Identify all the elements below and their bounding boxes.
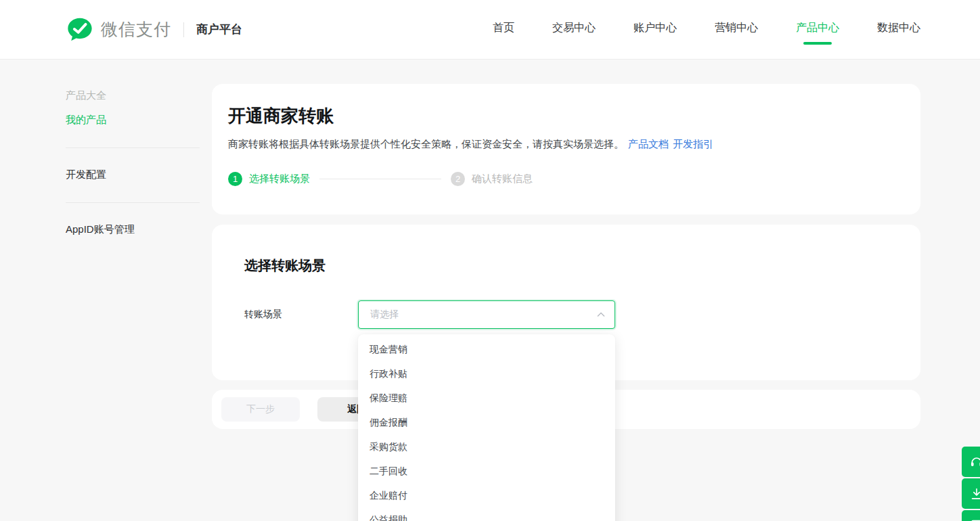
step-2: 2 确认转账信息 bbox=[451, 172, 533, 186]
page-description: 商家转账将根据具体转账场景提供个性化安全策略，保证资金安全，请按真实场景选择。产… bbox=[228, 137, 904, 152]
dropdown-option-procurement[interactable]: 采购货款 bbox=[358, 434, 615, 459]
sidebar-item-dev-config[interactable]: 开发配置 bbox=[66, 163, 212, 187]
step-2-circle: 2 bbox=[451, 172, 465, 186]
download-icon bbox=[969, 486, 980, 501]
customer-service-button[interactable] bbox=[962, 447, 980, 477]
nav-item-transactions[interactable]: 交易中心 bbox=[552, 14, 596, 45]
sidebar: 产品大全 我的产品 开发配置 AppID账号管理 bbox=[66, 84, 212, 429]
scene-field-label: 转账场景 bbox=[244, 309, 358, 321]
nav-item-home[interactable]: 首页 bbox=[493, 14, 514, 45]
scene-card: 选择转账场景 转账场景 请选择 现金营销 行政补贴 保险 bbox=[212, 225, 920, 380]
nav-item-products[interactable]: 产品中心 bbox=[796, 14, 839, 45]
main-nav: 首页 交易中心 账户中心 营销中心 产品中心 数据中心 bbox=[493, 14, 920, 45]
feedback-button[interactable] bbox=[962, 510, 980, 521]
chevron-up-icon bbox=[597, 312, 605, 317]
top-header: 微信支付 商户平台 首页 交易中心 账户中心 营销中心 产品中心 数据中心 bbox=[0, 0, 980, 60]
page-title: 开通商家转账 bbox=[228, 104, 904, 127]
feedback-icon bbox=[969, 518, 980, 521]
step-connector-line bbox=[319, 179, 441, 179]
next-step-button[interactable]: 下一步 bbox=[221, 397, 300, 422]
scene-select[interactable]: 请选择 bbox=[358, 300, 615, 329]
sidebar-item-my-products[interactable]: 我的产品 bbox=[66, 108, 212, 133]
scene-form-row: 转账场景 请选择 现金营销 行政补贴 保险理赔 佣金报酬 bbox=[244, 300, 888, 329]
product-docs-link[interactable]: 产品文档 bbox=[628, 138, 669, 150]
dropdown-option-charity-donation[interactable]: 公益捐助 bbox=[358, 507, 615, 521]
scene-card-heading: 选择转账场景 bbox=[244, 256, 888, 275]
page: 微信支付 商户平台 首页 交易中心 账户中心 营销中心 产品中心 数据中心 产品… bbox=[0, 0, 980, 521]
wechat-pay-logo-icon bbox=[66, 16, 94, 44]
scene-select-wrap: 请选择 现金营销 行政补贴 保险理赔 佣金报酬 采购货款 二手回收 bbox=[358, 300, 615, 329]
dropdown-option-secondhand-recycle[interactable]: 二手回收 bbox=[358, 459, 615, 483]
brand-divider bbox=[183, 22, 184, 37]
content-area: 产品大全 我的产品 开发配置 AppID账号管理 开通商家转账 商家转账将根据具… bbox=[0, 60, 980, 429]
nav-item-data[interactable]: 数据中心 bbox=[877, 14, 920, 45]
brand: 微信支付 商户平台 bbox=[66, 16, 242, 44]
sidebar-separator bbox=[66, 148, 200, 148]
description-text: 商家转账将根据具体转账场景提供个性化安全策略，保证资金安全，请按真实场景选择。 bbox=[228, 138, 624, 150]
step-1: 1 选择转账场景 bbox=[228, 172, 310, 186]
sidebar-separator bbox=[66, 202, 200, 203]
dropdown-option-enterprise-compensation[interactable]: 企业赔付 bbox=[358, 483, 615, 507]
step-indicator: 1 选择转账场景 2 确认转账信息 bbox=[228, 172, 904, 186]
dropdown-option-cash-marketing[interactable]: 现金营销 bbox=[358, 337, 615, 361]
nav-item-account[interactable]: 账户中心 bbox=[633, 14, 677, 45]
intro-card: 开通商家转账 商家转账将根据具体转账场景提供个性化安全策略，保证资金安全，请按真… bbox=[212, 84, 920, 214]
scene-dropdown-menu: 现金营销 行政补贴 保险理赔 佣金报酬 采购货款 二手回收 企业赔付 公益捐助 bbox=[358, 334, 615, 521]
step-1-label: 选择转账场景 bbox=[249, 173, 310, 185]
download-button[interactable] bbox=[962, 478, 980, 509]
sidebar-item-all-products[interactable]: 产品大全 bbox=[66, 84, 212, 108]
dropdown-option-admin-subsidy[interactable]: 行政补贴 bbox=[358, 361, 615, 386]
step-1-circle: 1 bbox=[228, 172, 242, 186]
dropdown-option-insurance-claim[interactable]: 保险理赔 bbox=[358, 386, 615, 410]
headset-icon bbox=[969, 455, 980, 470]
nav-item-marketing[interactable]: 营销中心 bbox=[715, 14, 758, 45]
platform-name: 商户平台 bbox=[196, 22, 242, 37]
step-2-label: 确认转账信息 bbox=[472, 173, 533, 185]
main-panel: 开通商家转账 商家转账将根据具体转账场景提供个性化安全策略，保证资金安全，请按真… bbox=[212, 84, 920, 429]
sidebar-item-appid-management[interactable]: AppID账号管理 bbox=[66, 218, 212, 242]
brand-name: 微信支付 bbox=[101, 18, 171, 41]
floating-button-stack bbox=[962, 447, 980, 521]
scene-select-placeholder: 请选择 bbox=[370, 309, 597, 321]
dev-guide-link[interactable]: 开发指引 bbox=[673, 138, 713, 150]
dropdown-option-commission[interactable]: 佣金报酬 bbox=[358, 410, 615, 434]
